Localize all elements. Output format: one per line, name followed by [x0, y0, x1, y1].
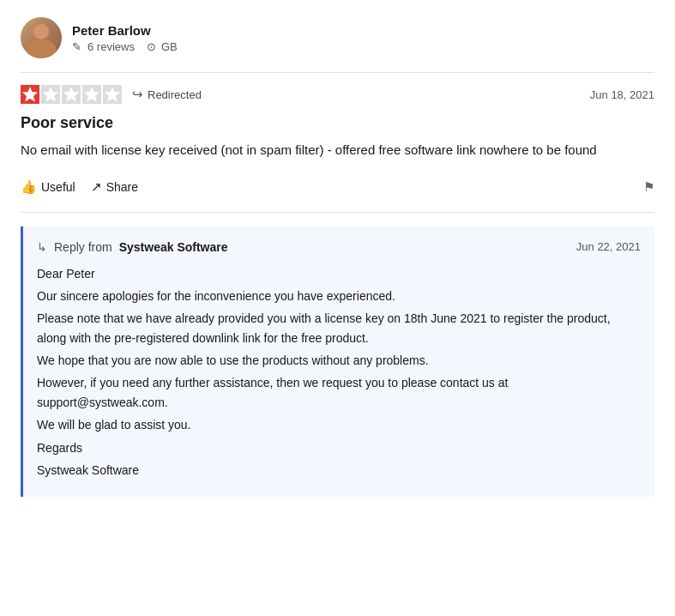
user-meta: ✎ 6 reviews ⊙ GB: [72, 40, 178, 53]
location-value: GB: [161, 40, 178, 53]
reply-line: Please note that we have already provide…: [37, 309, 641, 347]
location-icon: ⊙: [147, 40, 156, 53]
user-name: Peter Barlow: [72, 23, 178, 38]
reviews-count: 6 reviews: [87, 40, 135, 53]
reply-body: Dear PeterOur sincere apologies for the …: [37, 264, 641, 480]
reply-line: However, if you need any further assista…: [37, 373, 641, 412]
divider-top: [21, 72, 654, 73]
rating-left: ↪ Redirected: [21, 85, 202, 104]
reply-line: We will be glad to assist you.: [37, 415, 641, 434]
redirected-label: Redirected: [148, 88, 202, 101]
share-label: Share: [106, 180, 138, 194]
svg-marker-4: [105, 87, 120, 102]
reply-line: Regards: [37, 438, 641, 457]
user-profile: Peter Barlow ✎ 6 reviews ⊙ GB: [21, 17, 654, 58]
thumbs-up-icon: 👍: [21, 179, 37, 195]
svg-marker-0: [22, 87, 38, 102]
redirected-badge: ↪ Redirected: [132, 87, 202, 102]
review-date: Jun 18, 2021: [590, 88, 654, 101]
reply-author: Systweak Software: [119, 240, 228, 254]
share-button[interactable]: ↗ Share: [91, 176, 138, 198]
useful-label: Useful: [41, 180, 75, 194]
action-row: 👍 Useful ↗ Share ⚑: [21, 176, 654, 213]
star-1: [21, 85, 39, 104]
reply-line: Our sincere apologies for the inconvenie…: [37, 287, 641, 305]
review-title: Poor service: [21, 114, 654, 132]
flag-icon[interactable]: ⚑: [643, 179, 654, 195]
review-card: Peter Barlow ✎ 6 reviews ⊙ GB: [0, 0, 675, 514]
star-rating: [21, 85, 122, 104]
star-3: [62, 85, 81, 104]
reply-section: ↳ Reply from Systweak Software Jun 22, 2…: [21, 226, 654, 498]
reply-from: ↳ Reply from Systweak Software: [37, 240, 228, 254]
reply-arrow-icon: ↳: [37, 240, 47, 254]
useful-button[interactable]: 👍 Useful: [21, 176, 75, 198]
reply-line: We hope that you are now able to use the…: [37, 351, 641, 370]
reply-line: Dear Peter: [37, 264, 641, 283]
review-body: No email with license key received (not …: [21, 141, 654, 160]
reply-line: Systweak Software: [37, 461, 641, 480]
reply-label: Reply from: [54, 240, 112, 254]
reply-date: Jun 22, 2021: [576, 240, 641, 253]
avatar: [21, 17, 62, 58]
edit-icon: ✎: [72, 40, 81, 53]
share-icon: ↗: [91, 179, 102, 195]
rating-row: ↪ Redirected Jun 18, 2021: [21, 85, 654, 104]
user-info: Peter Barlow ✎ 6 reviews ⊙ GB: [72, 23, 178, 53]
star-5: [103, 85, 122, 104]
action-left: 👍 Useful ↗ Share: [21, 176, 138, 198]
user-location: ⊙ GB: [147, 40, 178, 53]
star-4: [82, 85, 101, 104]
reply-header: ↳ Reply from Systweak Software Jun 22, 2…: [37, 240, 641, 254]
star-2: [41, 85, 60, 104]
user-reviews: ✎ 6 reviews: [72, 40, 135, 53]
redirected-icon: ↪: [132, 87, 143, 102]
svg-marker-1: [43, 87, 58, 102]
svg-marker-2: [63, 87, 79, 102]
svg-marker-3: [84, 87, 99, 102]
